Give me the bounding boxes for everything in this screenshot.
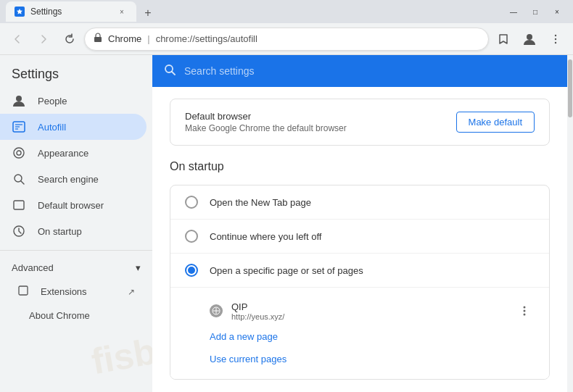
extensions-icon (17, 285, 29, 299)
advanced-section[interactable]: Advanced ▾ (0, 257, 152, 279)
menu-button[interactable] (544, 28, 567, 51)
startup-new-tab-label: Open the New Tab page (210, 197, 311, 208)
svg-point-5 (16, 96, 22, 101)
svg-point-21 (524, 310, 526, 312)
sidebar-item-on-startup[interactable]: On startup (0, 218, 147, 244)
radio-new-tab[interactable] (185, 196, 198, 209)
svg-point-1 (527, 34, 532, 40)
address-separator: | (147, 33, 149, 44)
sidebar: Settings People Autofill Appearance Sear… (0, 55, 152, 392)
use-current-pages-link[interactable]: Use current pages (210, 348, 535, 370)
tab-close-button[interactable]: × (116, 6, 128, 17)
search-bar (152, 55, 567, 87)
sidebar-item-extensions[interactable]: Extensions ↗ (0, 279, 147, 304)
on-startup-icon (12, 224, 26, 238)
people-icon (12, 93, 26, 108)
add-new-page-link[interactable]: Add a new page (210, 325, 535, 348)
default-browser-text: Default browser Make Google Chrome the d… (185, 111, 347, 133)
radio-inner-dot (188, 267, 195, 274)
sidebar-item-default-browser[interactable]: Default browser (0, 192, 147, 218)
toolbar-right (492, 28, 567, 51)
autofill-icon (12, 120, 26, 134)
startup-option-new-tab[interactable]: Open the New Tab page (170, 185, 549, 220)
page-menu-button[interactable] (514, 301, 535, 321)
account-button[interactable] (518, 28, 541, 51)
scrollbar[interactable] (567, 55, 573, 392)
search-icon (164, 64, 176, 78)
svg-line-13 (21, 181, 24, 184)
startup-continue-label: Continue where you left off (210, 231, 321, 242)
settings-content: Default browser Make Google Chrome the d… (152, 87, 567, 391)
sidebar-item-appearance[interactable]: Appearance (0, 140, 147, 166)
startup-option-continue[interactable]: Continue where you left off (170, 220, 549, 254)
svg-point-22 (524, 314, 526, 316)
new-tab-button[interactable]: + (139, 4, 157, 22)
address-origin: Chrome (108, 33, 141, 44)
window-chrome: Settings × + — □ × (0, 0, 573, 23)
default-browser-card: Default browser Make Google Chrome the d… (170, 99, 550, 146)
about-chrome-label: About Chrome (29, 310, 90, 321)
radio-specific-page[interactable] (185, 264, 198, 277)
bookmark-button[interactable] (492, 28, 515, 51)
minimize-button[interactable]: — (503, 4, 524, 19)
svg-point-4 (555, 41, 556, 43)
sidebar-item-autofill[interactable]: Autofill (0, 114, 147, 140)
svg-line-18 (172, 72, 175, 75)
window-controls: — □ × (503, 4, 567, 19)
autofill-label: Autofill (38, 122, 66, 133)
default-browser-desc: Make Google Chrome the default browser (185, 123, 347, 133)
sidebar-divider (0, 250, 152, 251)
default-browser-label: Default browser (38, 200, 104, 211)
address-bar[interactable]: Chrome | chrome://settings/autofill (84, 28, 489, 51)
refresh-button[interactable] (58, 28, 81, 51)
browser-toolbar: Chrome | chrome://settings/autofill (0, 23, 573, 55)
svg-point-11 (17, 151, 21, 155)
sidebar-item-people[interactable]: People (0, 88, 147, 114)
default-browser-title: Default browser (185, 111, 347, 122)
main-layout: Settings People Autofill Appearance Sear… (0, 55, 573, 392)
maximize-button[interactable]: □ (525, 4, 545, 19)
page-favicon (210, 304, 223, 317)
sidebar-title: Settings (0, 55, 152, 88)
search-engine-label: Search engine (38, 174, 99, 185)
forward-button[interactable] (32, 28, 55, 51)
startup-specific-page-label: Open a specific page or set of pages (210, 265, 363, 276)
page-name: QIP (231, 301, 506, 312)
svg-rect-16 (19, 286, 28, 295)
appearance-icon (12, 146, 26, 160)
startup-pages-sub: QIP http://yeus.xyz/ Add a new page Use … (170, 288, 549, 379)
svg-point-12 (15, 175, 22, 182)
settings-tab[interactable]: Settings × (6, 1, 136, 22)
scrollbar-thumb[interactable] (568, 59, 572, 117)
search-engine-icon (12, 172, 26, 186)
svg-rect-14 (14, 201, 24, 209)
tab-favicon (15, 7, 25, 17)
search-input[interactable] (184, 65, 556, 77)
page-info: QIP http://yeus.xyz/ (231, 301, 506, 321)
advanced-chevron-icon: ▾ (136, 262, 141, 273)
extensions-label: Extensions (41, 286, 87, 297)
page-url: http://yeus.xyz/ (231, 312, 506, 321)
people-label: People (38, 96, 67, 107)
startup-option-specific-page[interactable]: Open a specific page or set of pages (170, 254, 549, 288)
page-entry: QIP http://yeus.xyz/ (210, 296, 535, 325)
radio-continue[interactable] (185, 230, 198, 243)
advanced-label: Advanced (12, 262, 54, 273)
tab-bar: Settings × + (6, 1, 503, 22)
external-link-icon: ↗ (128, 287, 135, 297)
svg-point-10 (14, 148, 24, 158)
make-default-button[interactable]: Make default (456, 112, 535, 133)
security-icon (94, 33, 102, 45)
back-button[interactable] (6, 28, 29, 51)
on-startup-label: On startup (38, 226, 82, 237)
content-area: Default browser Make Google Chrome the d… (152, 55, 567, 392)
default-browser-icon (12, 198, 26, 212)
svg-point-20 (524, 306, 526, 309)
sidebar-item-about-chrome[interactable]: About Chrome (0, 304, 147, 327)
svg-rect-0 (94, 37, 102, 42)
tab-title: Settings (30, 7, 110, 17)
sidebar-item-search[interactable]: Search engine (0, 166, 147, 192)
close-button[interactable]: × (547, 4, 567, 19)
svg-point-2 (555, 34, 556, 36)
svg-point-3 (555, 38, 556, 39)
